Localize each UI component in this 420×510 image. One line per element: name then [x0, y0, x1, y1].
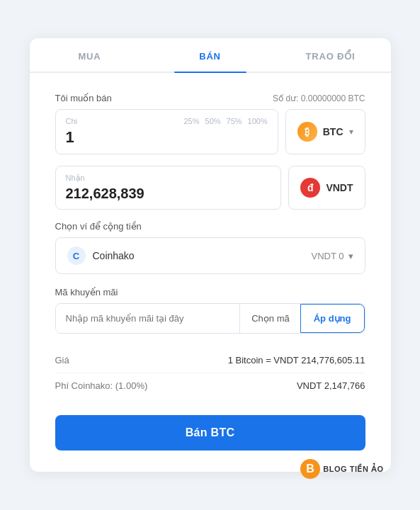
wallet-icon: C — [67, 246, 86, 265]
wallet-right: VNDT 0 ▾ — [312, 251, 353, 261]
receive-label-row: Nhận — [66, 174, 271, 183]
receive-amount-box: Nhận 212,628,839 — [55, 166, 282, 210]
fee-info-row: Phí Coinhako: (1.00%) VNDT 2,147,766 — [55, 373, 365, 398]
fee-value: VNDT 2,147,766 — [297, 380, 365, 391]
tab-ban[interactable]: BÁN — [150, 38, 271, 72]
choose-promo-button[interactable]: Chọn mã — [239, 304, 301, 333]
pct-75-button[interactable]: 75% — [227, 117, 242, 125]
wallet-section: Chọn ví để cộng tiền C Coinhako VNDT 0 ▾ — [55, 221, 365, 274]
wallet-left: C Coinhako — [67, 246, 135, 265]
sell-btc-button[interactable]: Bán BTC — [55, 415, 365, 450]
apply-promo-button[interactable]: Áp dụng — [300, 304, 365, 333]
price-info-row: Giá 1 Bitcoin = VNDT 214,776,605.11 — [55, 348, 365, 373]
tab-trao-doi[interactable]: TRAO ĐỔI — [271, 38, 391, 72]
promo-row: Chọn mã Áp dụng — [55, 303, 365, 334]
wallet-currency: VNDT 0 — [312, 251, 344, 261]
sell-input-row: Chi 25% 50% 75% 100% 1 ₿ BTC ▾ — [55, 109, 365, 154]
promo-label: Mã khuyến mãi — [55, 287, 365, 298]
btc-chevron-icon: ▾ — [349, 127, 353, 137]
amount-label: Chi — [66, 117, 78, 125]
tab-mua[interactable]: MUA — [30, 38, 150, 72]
sell-amount-value[interactable]: 1 — [66, 128, 268, 147]
balance-display: Số dư: 0.00000000 BTC — [273, 94, 365, 103]
main-card: MUA BÁN TRAO ĐỔI Tôi muốn bán Số dư: 0.0… — [30, 38, 391, 472]
pct-100-button[interactable]: 100% — [248, 117, 268, 125]
btc-icon: ₿ — [297, 122, 317, 142]
pct-row: Chi 25% 50% 75% 100% — [66, 117, 268, 125]
sell-label: Tôi muốn bán — [55, 93, 112, 103]
wallet-section-label: Chọn ví để cộng tiền — [55, 221, 365, 232]
sell-section-header: Tôi muốn bán Số dư: 0.00000000 BTC — [55, 93, 365, 103]
fee-label: Phí Coinhako: (1.00%) — [55, 380, 148, 391]
main-content: Tôi muốn bán Số dư: 0.00000000 BTC Chi 2… — [30, 93, 391, 450]
sell-amount-box: Chi 25% 50% 75% 100% 1 — [55, 109, 278, 154]
price-value: 1 Bitcoin = VNDT 214,776,605.11 — [228, 355, 365, 366]
info-section: Giá 1 Bitcoin = VNDT 214,776,605.11 Phí … — [55, 348, 365, 398]
promo-section: Mã khuyến mãi Chọn mã Áp dụng — [55, 287, 365, 334]
receive-input-row: Nhận 212,628,839 đ VNDT — [55, 166, 365, 210]
btc-currency-button[interactable]: ₿ BTC ▾ — [285, 109, 365, 154]
vndt-currency-button[interactable]: đ VNDT — [288, 166, 365, 210]
receive-label: Nhận — [66, 174, 85, 183]
pct-buttons: 25% 50% 75% 100% — [183, 117, 267, 125]
vndt-icon: đ — [300, 178, 320, 198]
receive-amount-value: 212,628,839 — [66, 186, 271, 202]
wallet-select-button[interactable]: C Coinhako VNDT 0 ▾ — [55, 237, 365, 274]
vndt-label: VNDT — [326, 182, 353, 193]
price-label: Giá — [55, 355, 69, 366]
promo-input[interactable] — [56, 304, 240, 333]
watermark-text: BLOG TIỀN ẢO — [323, 465, 383, 474]
wallet-chevron-icon: ▾ — [348, 251, 353, 261]
pct-25-button[interactable]: 25% — [183, 117, 199, 125]
tabs-bar: MUA BÁN TRAO ĐỔI — [30, 38, 391, 73]
wallet-name: Coinhako — [93, 250, 135, 261]
pct-50-button[interactable]: 50% — [205, 117, 221, 125]
btc-label: BTC — [323, 126, 344, 137]
watermark-b-icon: B — [300, 459, 320, 479]
watermark: B BLOG TIỀN ẢO — [300, 459, 383, 479]
